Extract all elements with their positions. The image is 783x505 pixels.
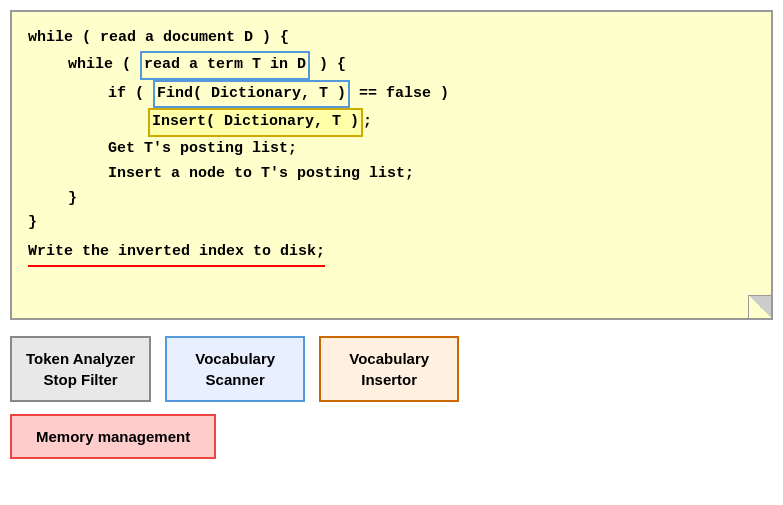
boxes-row: Token Analyzer Stop Filter Vocabulary Sc… [10,336,773,402]
vocabulary-insertor-box: Vocabulary Insertor [319,336,459,402]
code-text: if ( [108,82,153,107]
code-text: ) { [310,53,346,78]
token-analyzer-line2: Stop Filter [44,371,118,388]
code-text: Get T's posting list; [108,137,297,162]
code-text: == false ) [350,82,449,107]
vocabulary-scanner-line2: Scanner [206,371,265,388]
highlight-read-term: read a term T in D [140,51,310,80]
token-analyzer-line1: Token Analyzer [26,350,135,367]
code-text: Insert a node to T's posting list; [108,162,414,187]
code-line-3: if ( Find( Dictionary, T ) == false ) [108,80,755,109]
highlight-insert: Insert( Dictionary, T ) [148,108,363,137]
token-analyzer-box: Token Analyzer Stop Filter [10,336,151,402]
code-line-5: Get T's posting list; [108,137,755,162]
code-line-8: } [28,211,755,236]
code-line-9: Write the inverted index to disk; [28,240,325,267]
code-text: } [68,187,77,212]
code-line-4: Insert( Dictionary, T ); [148,108,755,137]
memory-management-label: Memory management [10,414,216,459]
main-container: while ( read a document D ) { while ( re… [0,0,783,505]
code-text: while ( read a document D ) { [28,26,289,51]
vocabulary-insertor-line1: Vocabulary [349,350,429,367]
memory-management-box: Memory management [10,414,773,459]
code-line-6: Insert a node to T's posting list; [108,162,755,187]
code-text: } [28,211,37,236]
code-text: while ( [68,53,140,78]
code-text: ; [363,110,372,135]
code-line-1: while ( read a document D ) { [28,26,755,51]
vocabulary-scanner-box: Vocabulary Scanner [165,336,305,402]
code-line-7: } [68,187,755,212]
vocabulary-scanner-line1: Vocabulary [195,350,275,367]
code-line-9-wrapper: Write the inverted index to disk; [28,240,755,267]
vocabulary-insertor-line2: Insertor [361,371,417,388]
code-line-2: while ( read a term T in D ) { [68,51,755,80]
highlight-find: Find( Dictionary, T ) [153,80,350,109]
code-block: while ( read a document D ) { while ( re… [10,10,773,320]
